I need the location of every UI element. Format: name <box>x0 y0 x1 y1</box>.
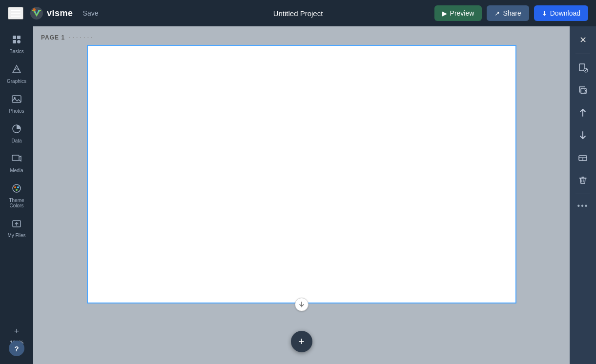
sidebar-item-data-label: Data <box>11 138 21 143</box>
sidebar-item-photos-label: Photos <box>9 108 24 114</box>
svg-point-11 <box>13 184 21 192</box>
logo-text: visme <box>47 8 73 19</box>
topbar-left: visme Save <box>8 6 102 20</box>
sidebar-item-my-files[interactable]: My Files <box>2 214 31 242</box>
my-files-icon <box>11 218 22 231</box>
download-icon: ⬇ <box>542 10 547 17</box>
save-button[interactable]: Save <box>79 7 103 19</box>
svg-point-14 <box>16 189 18 191</box>
data-icon <box>11 123 22 137</box>
svg-rect-4 <box>13 40 16 43</box>
sidebar-item-theme-colors[interactable]: Theme Colors <box>2 179 31 212</box>
resize-handle[interactable] <box>295 298 308 311</box>
layout-button[interactable] <box>573 148 593 167</box>
svg-rect-2 <box>13 36 16 39</box>
logo: visme <box>29 6 73 20</box>
move-down-button[interactable] <box>573 125 593 145</box>
close-icon: ✕ <box>579 35 587 45</box>
download-button[interactable]: ⬇ Download <box>534 5 588 21</box>
page-label: PAGE 1 · · · · · · · <box>41 34 93 41</box>
page-label-dots: · · · · · · · <box>69 35 93 40</box>
svg-point-1 <box>33 8 36 11</box>
sidebar-item-media[interactable]: Media <box>2 149 31 177</box>
sidebar-item-data[interactable]: Data <box>2 120 31 147</box>
svg-point-13 <box>17 186 19 188</box>
left-sidebar: Basics Graphics Photos <box>0 26 33 364</box>
layout-icon <box>577 152 588 163</box>
sidebar-item-basics[interactable]: Basics <box>2 30 31 58</box>
sidebar-item-photos[interactable]: Photos <box>2 90 31 118</box>
play-icon: ▶ <box>442 10 447 17</box>
svg-rect-3 <box>17 36 21 39</box>
add-page-button[interactable]: + <box>291 331 312 352</box>
more-options-button[interactable]: ••• <box>573 198 593 214</box>
page-settings-button[interactable] <box>573 58 593 78</box>
delete-icon <box>577 175 588 185</box>
svg-rect-7 <box>12 96 21 102</box>
panel-divider-1 <box>575 54 590 54</box>
add-icon: + <box>298 336 305 347</box>
visme-logo-icon <box>29 6 44 20</box>
page-settings-icon <box>577 62 588 73</box>
move-up-icon <box>577 107 588 118</box>
basics-icon <box>11 34 22 47</box>
canvas-frame[interactable] <box>87 45 516 303</box>
share-button[interactable]: ↗ Share <box>487 5 529 21</box>
sidebar-item-graphics-label: Graphics <box>7 79 26 84</box>
media-icon <box>11 153 22 166</box>
share-icon: ↗ <box>494 10 500 17</box>
right-panel: ✕ <box>570 26 596 364</box>
preview-button[interactable]: ▶ Preview <box>434 5 482 21</box>
project-title: Untitled Project <box>273 9 323 18</box>
svg-point-5 <box>17 40 21 43</box>
help-icon: ? <box>14 344 19 353</box>
delete-button[interactable] <box>573 170 593 190</box>
plus-icon: + <box>14 327 20 336</box>
sidebar-item-media-label: Media <box>10 168 23 173</box>
svg-point-12 <box>14 186 16 188</box>
svg-point-0 <box>30 7 43 20</box>
theme-colors-icon <box>11 183 22 196</box>
help-button[interactable]: ? <box>9 341 24 356</box>
topbar: visme Save Untitled Project ▶ Preview ↗ … <box>0 0 596 26</box>
sidebar-item-theme-colors-label: Theme Colors <box>4 198 29 208</box>
topbar-right: ▶ Preview ↗ Share ⬇ Download <box>434 5 588 21</box>
menu-button[interactable] <box>8 7 23 20</box>
photos-icon <box>11 94 22 107</box>
move-up-button[interactable] <box>573 103 593 122</box>
sidebar-item-graphics[interactable]: Graphics <box>2 60 31 88</box>
duplicate-icon <box>577 85 588 96</box>
svg-rect-18 <box>581 88 586 94</box>
duplicate-button[interactable] <box>573 81 593 100</box>
svg-rect-10 <box>12 155 19 161</box>
sidebar-item-basics-label: Basics <box>9 49 23 54</box>
graphics-icon <box>11 64 22 77</box>
close-panel-button[interactable]: ✕ <box>573 30 593 50</box>
panel-divider-2 <box>575 194 590 194</box>
move-down-icon <box>577 130 588 141</box>
sidebar-item-my-files-label: My Files <box>7 233 25 238</box>
main-area: Basics Graphics Photos <box>0 26 596 364</box>
zoom-plus-btn[interactable]: + <box>2 325 31 338</box>
canvas-area: PAGE 1 · · · · · · · + <box>33 26 570 364</box>
